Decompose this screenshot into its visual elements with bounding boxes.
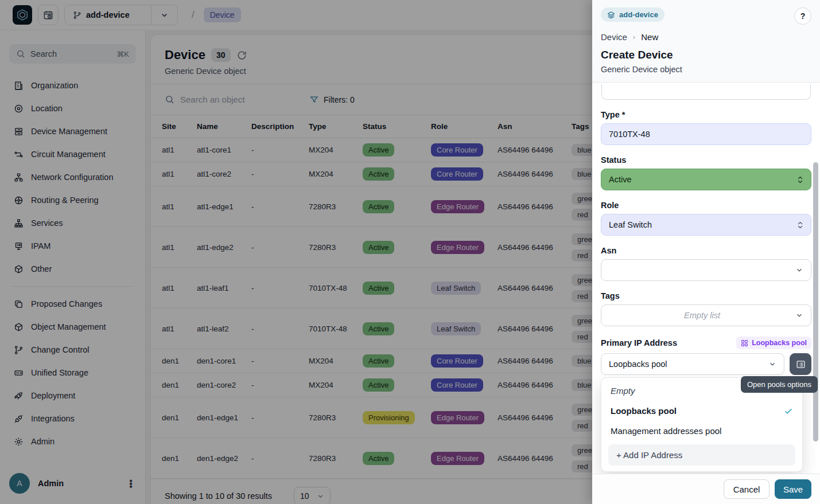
drawer-scrollbar[interactable] (813, 162, 818, 442)
dropdown-option-management-addresses-pool[interactable]: Management addresses pool (601, 421, 802, 441)
status-label: Status (601, 155, 811, 165)
drawer-header: add-device ? Device › New Create Device … (592, 0, 820, 83)
create-device-drawer: add-device ? Device › New Create Device … (592, 0, 820, 504)
status-select[interactable]: Active (601, 169, 811, 190)
cancel-button[interactable]: Cancel (724, 479, 770, 499)
layers-icon (607, 11, 615, 19)
role-select[interactable]: Leaf Switch (601, 214, 811, 236)
chevron-down-icon (795, 311, 803, 319)
help-button[interactable]: ? (794, 7, 811, 25)
drawer-breadcrumb: Device › New (601, 32, 811, 42)
partially-visible-field[interactable] (601, 84, 811, 100)
asn-select[interactable] (601, 259, 811, 281)
drawer-title: Create Device (601, 49, 811, 61)
pool-badge[interactable]: Loopbacks pool (736, 337, 811, 349)
type-label: Type * (601, 110, 811, 119)
check-icon (784, 407, 793, 416)
pool-grid-icon (741, 339, 748, 347)
select-chevrons-icon (797, 176, 803, 183)
tags-placeholder: Empty list (609, 311, 795, 320)
primary-ip-label: Primary IP Address (601, 338, 677, 347)
add-ip-address-button[interactable]: + Add IP Address (608, 444, 795, 466)
dropdown-option-label: Loopbacks pool (611, 406, 677, 416)
drawer-footer: Cancel Save (592, 474, 820, 504)
chevron-down-icon (768, 360, 776, 368)
primary-ip-select[interactable]: Loopbacks pool (601, 353, 784, 375)
save-button[interactable]: Save (775, 479, 811, 499)
drawer-form: Type * 7010TX-48 Status Active Role Leaf… (592, 84, 820, 375)
status-value: Active (609, 175, 632, 184)
role-label: Role (601, 201, 811, 210)
dropdown-option-loopbacks-pool[interactable]: Loopbacks pool (601, 401, 802, 421)
type-input[interactable]: 7010TX-48 (601, 123, 811, 145)
open-pools-options-button[interactable] (790, 353, 811, 375)
dropdown-option-label: Management addresses pool (611, 426, 721, 436)
primary-ip-label-row: Primary IP Address Loopbacks pool (601, 337, 811, 349)
drawer-breadcrumb-current: New (641, 32, 658, 42)
drawer-branch-name: add-device (619, 10, 658, 19)
select-chevrons-icon (797, 221, 803, 229)
primary-ip-value: Loopbacks pool (609, 360, 667, 369)
drawer-subtitle: Generic Device object (601, 65, 811, 74)
dropdown-options: Loopbacks poolManagement addresses pool (601, 401, 802, 441)
list-options-icon (796, 360, 806, 369)
open-pools-options-tooltip: Open pools options (741, 376, 818, 393)
pool-badge-label: Loopbacks pool (752, 339, 807, 347)
asn-label: Asn (601, 246, 811, 255)
tags-select[interactable]: Empty list (601, 304, 811, 326)
role-value: Leaf Switch (609, 220, 652, 229)
chevron-right-icon: › (633, 33, 635, 41)
type-value: 7010TX-48 (609, 130, 650, 139)
tags-label: Tags (601, 291, 811, 300)
chevron-down-icon (795, 266, 803, 274)
drawer-breadcrumb-parent[interactable]: Device (601, 32, 627, 42)
drawer-branch-badge: add-device (601, 7, 664, 22)
